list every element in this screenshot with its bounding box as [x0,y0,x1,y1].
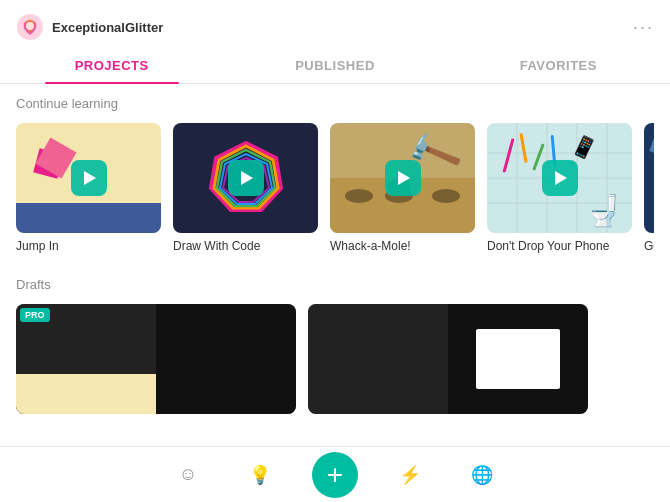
logo-icon [16,13,44,41]
card-draw-with-code[interactable]: Draw With Code [173,123,318,253]
logo-text: ExceptionalGlitter [52,20,163,35]
card-label-whack-a-mole: Whack-a-Mole! [330,239,475,253]
main-content: Continue learning Jump In [0,84,670,436]
card-thumb-whack-a-mole: 🔨 [330,123,475,233]
draft-2-inner [308,304,588,414]
drafts-section: Drafts PRO [16,277,654,414]
nav-globe[interactable]: 🌐 [462,455,502,495]
logo-area: ExceptionalGlitter [16,13,163,41]
card-dont-drop[interactable]: 🚽 📱 Don't Drop Your Phone [487,123,632,253]
nav-plus[interactable]: + [312,452,358,498]
draft-cream [16,374,156,414]
face-icon: ☺ [179,464,197,485]
play-button-draw-with-code[interactable] [228,160,264,196]
draft-1-inner [16,304,296,414]
play-button-dont-drop[interactable] [542,160,578,196]
more-menu-button[interactable]: ··· [633,17,654,38]
toilet-emoji: 🚽 [585,193,622,228]
drafts-cards: PRO [16,304,654,414]
lightning-icon: ⚡ [399,464,421,486]
card-label-draw-with-code: Draw With Code [173,239,318,253]
draft-2-left [308,304,448,414]
drafts-title: Drafts [16,277,654,292]
card-thumb-draw-with-code [173,123,318,233]
card-thumb-jump-in [16,123,161,233]
card-label-dont-drop: Don't Drop Your Phone [487,239,632,253]
card-thumb-dont-drop: 🚽 📱 [487,123,632,233]
continue-learning-title: Continue learning [16,96,654,111]
play-button-jump-in[interactable] [71,160,107,196]
nav-face[interactable]: ☺ [168,455,208,495]
hole-left [345,189,373,203]
draft-card-1[interactable]: PRO [16,304,296,414]
nav-lightning[interactable]: ⚡ [390,455,430,495]
geo-sq1 [649,132,654,158]
card-jump-in[interactable]: Jump In [16,123,161,253]
tab-published[interactable]: PUBLISHED [223,48,446,83]
card-label-geometry: Geometry D [644,239,654,253]
card-geometry[interactable]: Geometry D [644,123,654,253]
card-whack-a-mole[interactable]: 🔨 Whack-a-Mole! [330,123,475,253]
header: ExceptionalGlitter ··· [0,0,670,44]
hole-right [432,189,460,203]
svg-point-1 [26,22,34,30]
pro-badge: PRO [20,308,50,322]
nav-lightbulb[interactable]: 💡 [240,455,280,495]
tabs-bar: PROJECTS PUBLISHED FAVORITES [0,48,670,84]
tab-projects[interactable]: PROJECTS [0,48,223,83]
globe-icon: 🌐 [471,464,493,486]
lightbulb-icon: 💡 [249,464,271,486]
decoration-stripe [16,203,161,233]
card-thumb-geometry [644,123,654,233]
draft-white-block [476,329,560,390]
draft-1-right [156,304,296,414]
continue-learning-cards: Jump In Draw With Code [16,123,654,261]
draft-card-2[interactable] [308,304,588,414]
plus-icon: + [327,461,343,489]
tab-favorites[interactable]: FAVORITES [447,48,670,83]
card-label-jump-in: Jump In [16,239,161,253]
bottom-nav: ☺ 💡 + ⚡ 🌐 [0,446,670,502]
draft-2-right [448,304,588,414]
play-button-whack-a-mole[interactable] [385,160,421,196]
